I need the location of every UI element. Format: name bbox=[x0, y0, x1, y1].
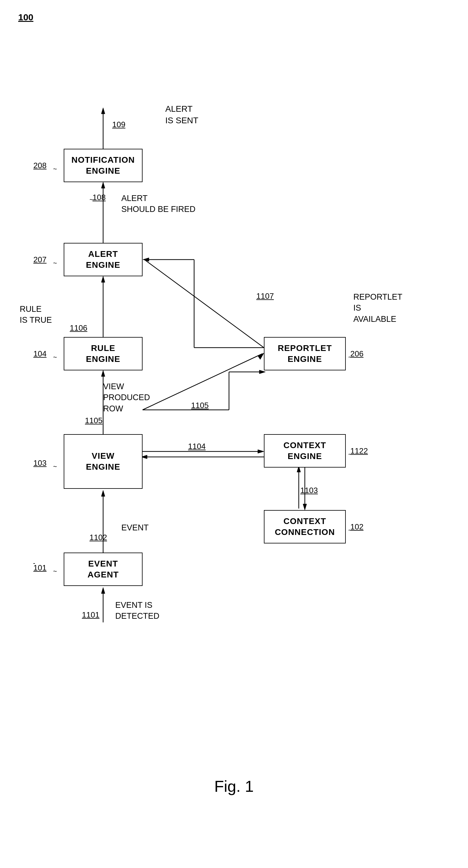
notification-engine-box: NOTIFICATIONENGINE bbox=[64, 149, 142, 182]
ref-1103: 1103 bbox=[300, 486, 318, 495]
event-label: EVENT bbox=[121, 522, 148, 533]
ref-1106: 1106 bbox=[70, 323, 87, 333]
rule-is-true-label: RULEIS TRUE bbox=[20, 304, 52, 326]
ref-206: 206 bbox=[350, 349, 363, 359]
ref-1107: 1107 bbox=[256, 291, 274, 301]
ref-109: 109 bbox=[112, 120, 125, 129]
reportlet-is-available-label: REPORTLETISAVAILABLE bbox=[353, 291, 402, 324]
svg-marker-17 bbox=[303, 504, 307, 510]
arrows-svg bbox=[0, 0, 468, 820]
ref-1104: 1104 bbox=[188, 442, 206, 451]
svg-marker-11 bbox=[101, 108, 105, 114]
svg-marker-7 bbox=[101, 276, 105, 282]
view-produced-row-label: VIEWPRODUCEDROW bbox=[103, 381, 150, 414]
svg-marker-3 bbox=[101, 490, 105, 496]
ref-1105-right: 1105 bbox=[191, 401, 209, 410]
reportlet-engine-box: REPORTLETENGINE bbox=[264, 337, 346, 370]
diagram-title: 100 bbox=[18, 12, 33, 23]
alert-is-sent-label: ALERTIS SENT bbox=[165, 103, 198, 126]
context-connection-box: CONTEXTCONNECTION bbox=[264, 510, 346, 544]
svg-marker-5 bbox=[101, 370, 105, 376]
view-engine-box: VIEWENGINE bbox=[64, 434, 142, 489]
ref-1105-left: 1105 bbox=[85, 416, 102, 425]
svg-marker-9 bbox=[101, 182, 105, 188]
svg-marker-1 bbox=[101, 587, 105, 593]
svg-marker-13 bbox=[258, 450, 264, 453]
ref-1101: 1101 bbox=[82, 610, 99, 620]
svg-marker-21 bbox=[258, 353, 264, 360]
svg-marker-30 bbox=[143, 258, 149, 261]
event-agent-box: EVENTAGENT bbox=[64, 553, 142, 586]
rule-engine-box: RULEENGINE bbox=[64, 337, 142, 370]
svg-line-26 bbox=[144, 259, 264, 348]
ref-207: 207 bbox=[33, 255, 46, 265]
context-engine-box: CONTEXTENGINE bbox=[264, 434, 346, 468]
alert-should-be-fired-label: ALERTSHOULD BE FIRED bbox=[121, 193, 196, 215]
event-is-detected-label: EVENT ISDETECTED bbox=[115, 600, 160, 622]
svg-marker-25 bbox=[259, 370, 265, 374]
ref-208: 208 bbox=[33, 161, 46, 170]
fig-label: Fig. 1 bbox=[0, 777, 468, 796]
ref-101: 101 bbox=[33, 563, 46, 572]
ref-1102: 1102 bbox=[90, 533, 107, 542]
diagram-container: 100 bbox=[0, 0, 468, 820]
ref-1122: 1122 bbox=[350, 446, 368, 456]
ref-104: 104 bbox=[33, 349, 46, 359]
ref-102: 102 bbox=[350, 522, 363, 532]
ref-103: 103 bbox=[33, 459, 46, 468]
ref-108: 108 bbox=[93, 193, 105, 202]
alert-engine-box: ALERTENGINE bbox=[64, 243, 142, 276]
